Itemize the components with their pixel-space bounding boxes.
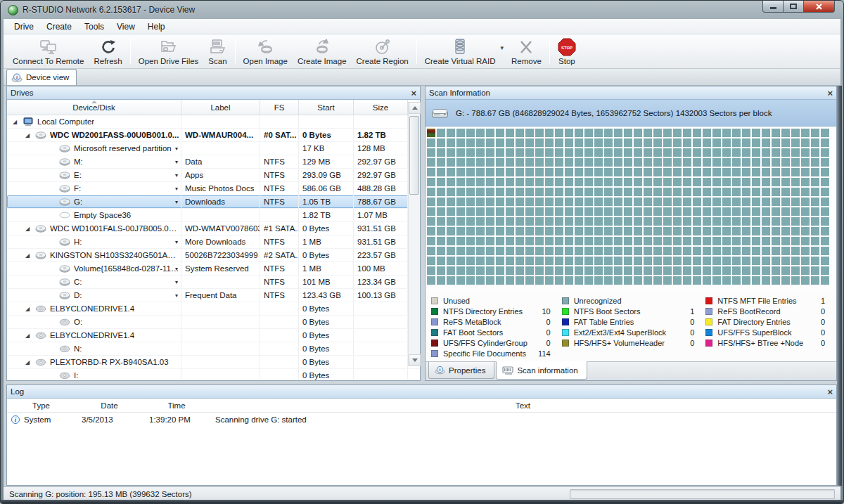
log-column-date[interactable]: Date <box>75 401 143 410</box>
dropdown-icon[interactable]: ▾ <box>175 186 178 192</box>
remove-button[interactable]: Remove <box>506 36 546 68</box>
expander-icon[interactable]: ◢ <box>25 332 35 339</box>
open-drive-files-button[interactable]: Open Drive Files <box>134 36 204 68</box>
log-row[interactable]: i System 3/5/2013 1:39:20 PM Scanning dr… <box>7 413 836 426</box>
table-row[interactable]: ◢WDC WD1001FALS-00J7B005.00K05WD-WMATV00… <box>7 222 420 235</box>
stop-button[interactable]: STOP Stop <box>553 36 581 68</box>
table-row[interactable]: ◢ELBYCLONEDRIVE1.40 Bytes <box>7 329 420 342</box>
table-row[interactable]: ◢KINGSTON SH103S3240G501ABBF050026B72230… <box>7 249 420 262</box>
column-header-size[interactable]: Size <box>354 100 408 115</box>
dropdown-icon[interactable]: ▾ <box>175 239 178 245</box>
app-icon[interactable] <box>8 5 18 15</box>
scan-close-icon[interactable]: × <box>827 89 833 97</box>
column-header-device-disk[interactable]: Device/Disk <box>7 100 181 115</box>
column-header-start[interactable]: Start <box>299 100 354 115</box>
scan-block <box>781 198 790 206</box>
table-row[interactable]: ◢WDC WD2001FASS-00U0B001.0...WD-WMAUR004… <box>7 129 420 142</box>
scan-block <box>575 198 583 206</box>
expander-icon[interactable]: ◢ <box>25 252 35 259</box>
scan-block <box>427 247 435 255</box>
dropdown-icon[interactable]: ▾ <box>175 172 178 179</box>
table-row[interactable]: I:0 Bytes <box>7 369 420 380</box>
table-row[interactable]: ◢PLEXTORBD-R PX-B940SA1.030 Bytes <box>7 356 420 369</box>
menu-create[interactable]: Create <box>40 20 78 34</box>
dropdown-icon[interactable]: ▾ <box>175 279 178 285</box>
menu-drive[interactable]: Drive <box>8 20 40 34</box>
log-column-time[interactable]: Time <box>143 401 210 410</box>
scan-block <box>663 227 672 235</box>
scan-block <box>565 158 573 167</box>
table-row[interactable]: O:0 Bytes <box>7 316 420 329</box>
drives-scrollbar[interactable] <box>408 102 420 366</box>
expander-icon[interactable]: ◢ <box>25 359 35 366</box>
scan-block <box>663 207 672 216</box>
scan-block <box>791 129 800 137</box>
fs-cell <box>260 316 299 328</box>
table-row[interactable]: M:▾DataNTFS129 MB292.97 GB <box>7 155 420 169</box>
scan-block <box>525 227 534 235</box>
dropdown-icon[interactable]: ▾ <box>175 292 178 299</box>
tab-device-view[interactable]: i Device view <box>6 69 77 85</box>
create-virtual-raid-dropdown-icon[interactable]: ▾ <box>501 44 504 51</box>
table-row[interactable]: Microsoft reserved partition▾17 KB128 MB <box>7 142 420 155</box>
column-header-label[interactable]: Label <box>181 100 260 115</box>
table-row[interactable]: C:▾NTFS101 MB123.34 GB <box>7 276 420 289</box>
tab-scan-information[interactable]: Scan information <box>496 361 587 380</box>
close-button[interactable] <box>803 1 835 13</box>
log-column-text[interactable]: Text <box>210 401 836 410</box>
scan-information-icon <box>502 366 513 375</box>
table-row[interactable]: ◢Local Computer <box>7 115 420 129</box>
open-image-button[interactable]: Open Image <box>238 36 293 68</box>
maximize-button[interactable] <box>784 1 803 13</box>
table-row[interactable]: E:▾AppsNTFS293.09 GB292.97 GB <box>7 169 420 182</box>
legend-count: 0 <box>546 328 562 337</box>
dropdown-icon[interactable]: ▾ <box>175 146 178 152</box>
log-close-icon[interactable]: × <box>827 388 833 396</box>
refresh-button[interactable]: Refresh <box>89 36 127 68</box>
legend-col3: NTFS MFT File Entries1ReFS BootRecord0FA… <box>705 295 836 361</box>
create-region-button[interactable]: Create Region <box>352 36 414 68</box>
dropdown-icon[interactable]: ▾ <box>175 266 178 272</box>
scroll-up-button[interactable] <box>409 102 421 114</box>
scan-block <box>437 158 445 167</box>
scan-block <box>772 266 780 275</box>
minimize-button[interactable] <box>762 1 784 13</box>
scan-grid[interactable] <box>427 129 836 285</box>
table-row[interactable]: H:▾More DownloadsNTFS1 MB931.51 GB <box>7 235 420 249</box>
table-row[interactable]: Empty Space361.82 TB1.07 MB <box>7 209 420 222</box>
connect-to-remote-button[interactable]: Connect To Remote <box>8 36 89 68</box>
column-header-fs[interactable]: FS <box>260 100 299 115</box>
tab-properties[interactable]: i Properties <box>428 362 494 379</box>
dropdown-icon[interactable]: ▾ <box>175 199 178 205</box>
scan-block <box>565 148 573 157</box>
scroll-down-button[interactable] <box>409 354 421 366</box>
scan-block <box>496 129 504 137</box>
create-image-button[interactable]: Create Image <box>293 36 352 68</box>
legend-swatch <box>431 350 438 357</box>
create-virtual-raid-button[interactable]: Create Virtual RAID <box>420 36 501 68</box>
table-row[interactable]: ◢ELBYCLONEDRIVE1.40 Bytes <box>7 302 420 316</box>
scan-block <box>653 138 662 147</box>
window-bottom-frame <box>1 500 843 503</box>
log-column-type[interactable]: Type <box>7 401 75 410</box>
scrollbar-thumb[interactable] <box>409 116 419 195</box>
expander-icon[interactable]: ◢ <box>25 306 35 312</box>
menu-view[interactable]: View <box>110 20 141 34</box>
menu-tools[interactable]: Tools <box>78 20 110 34</box>
scan-block <box>752 198 760 206</box>
scan-button[interactable]: Scan <box>203 36 231 68</box>
table-row[interactable]: N:0 Bytes <box>7 342 420 356</box>
table-row[interactable]: Volume{165848cd-0287-11e2-8.▾System Rese… <box>7 262 420 276</box>
expander-icon[interactable]: ◢ <box>25 226 35 232</box>
expander-icon[interactable]: ◢ <box>13 119 23 125</box>
scan-block <box>506 207 514 216</box>
drives-close-icon[interactable]: × <box>411 89 416 97</box>
table-row[interactable]: G:▾DownloadsNTFS1.05 TB788.67 GB <box>7 195 420 209</box>
device-name: PLEXTORBD-R PX-B940SA1.03 <box>50 358 169 366</box>
dropdown-icon[interactable]: ▾ <box>175 159 178 165</box>
menu-help[interactable]: Help <box>141 20 172 34</box>
expander-icon[interactable]: ◢ <box>25 132 35 138</box>
table-row[interactable]: D:▾Frequent DataNTFS123.43 GB100.13 GB <box>7 289 420 302</box>
table-row[interactable]: F:▾Music Photos DocsNTFS586.06 GB488.28 … <box>7 182 420 195</box>
scan-block <box>653 227 662 235</box>
